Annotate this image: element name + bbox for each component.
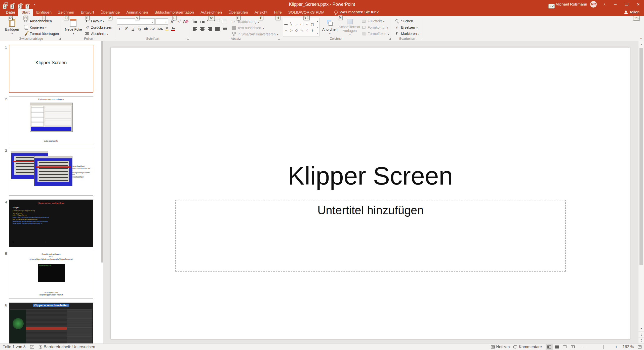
reset-button[interactable]: Zurücksetzen — [84, 24, 113, 30]
section-button[interactable]: Abschnitt — [84, 31, 113, 36]
shape-cell[interactable]: — — [283, 21, 289, 27]
customize-qat-button[interactable] — [33, 1, 37, 8]
previous-slide-button[interactable] — [638, 331, 644, 337]
shape-cell[interactable]: ◇ — [294, 27, 299, 33]
slide-thumbnail-2[interactable]: 2 Putty anmelden und einloggen sudo rasp… — [1, 96, 99, 144]
arrange-button[interactable]: Anordnen — [320, 17, 340, 37]
slide[interactable]: Klipper Screen Untertitel hinzufügen — [111, 47, 630, 339]
character-spacing-button[interactable]: AV — [150, 26, 156, 32]
zoom-slider-thumb[interactable] — [602, 345, 604, 349]
reading-view-button[interactable] — [561, 344, 568, 350]
dialog-launcher-icon[interactable] — [388, 37, 391, 40]
clear-formatting-button[interactable] — [182, 19, 188, 24]
font-color-button[interactable]: A — [170, 26, 176, 32]
convert-to-smartart-button[interactable]: In SmartArt konvertieren — [230, 31, 279, 37]
minimize-button[interactable] — [609, 0, 621, 9]
shape-cell[interactable]: ▢ — [310, 21, 315, 27]
copy-button[interactable]: Kopieren — [22, 24, 60, 30]
dialog-launcher-icon[interactable] — [58, 37, 61, 40]
align-left-button[interactable] — [192, 26, 197, 31]
tab-solidworks-pdm[interactable]: SOLIDWORKS PDM Y2 — [285, 9, 328, 16]
slide-thumbnail-4[interactable]: 4 Klipperscreen config öffnen Einfügen: … — [1, 199, 99, 247]
tab-bildschirmpraesentation[interactable]: Bildschirmpräsentation L — [151, 9, 197, 16]
quick-styles-button[interactable]: Schnellformat- vorlagen — [340, 17, 360, 37]
strikethrough-button[interactable]: ab — [143, 26, 149, 32]
spellcheck-button[interactable] — [30, 345, 34, 348]
scroll-up-button[interactable]: ▲ — [638, 41, 644, 47]
shape-outline-button[interactable]: Formkontur — [360, 24, 390, 30]
shape-cell[interactable]: } — [310, 27, 315, 33]
shape-cell[interactable]: { — [304, 27, 310, 33]
tab-datei[interactable]: Datei D — [3, 9, 18, 16]
thumbnail-preview[interactable]: Erneut in putty einloggencd ~/git clone … — [9, 251, 93, 299]
font-size-combo[interactable] — [155, 18, 168, 25]
tab-uebergaenge[interactable]: Übergänge A — [97, 9, 123, 16]
shape-cell[interactable]: △ — [283, 27, 289, 33]
shape-fill-button[interactable]: Fülleffekt — [360, 18, 390, 24]
scrollbar-thumb[interactable] — [101, 41, 103, 262]
tell-me-search[interactable]: Was möchten Sie tun? M — [334, 10, 379, 16]
text-shadow-button[interactable]: S — [137, 26, 142, 32]
dialog-launcher-icon[interactable] — [277, 37, 280, 40]
change-case-button[interactable]: Aa — [156, 26, 164, 32]
subtitle-placeholder[interactable]: Untertitel hinzufügen — [175, 200, 566, 272]
shape-cell[interactable]: ▷ — [289, 27, 294, 33]
zoom-out-button[interactable]: − — [580, 345, 584, 349]
text-highlight-button[interactable] — [165, 26, 170, 32]
slide-thumbnail-3[interactable]: 3 Mit enter bestätigenDanach Finish drüc… — [1, 148, 99, 196]
comments-button[interactable]: Kommentare — [513, 345, 542, 349]
start-slideshow-button[interactable]: 4 — [25, 1, 33, 8]
thumbnail-preview[interactable]: Klipperscreen config öffnen Einfügen: [u… — [9, 199, 93, 247]
tab-ansicht[interactable]: Ansicht F — [251, 9, 271, 16]
notes-button[interactable]: Notizen — [491, 345, 510, 349]
replace-button[interactable]: Ersetzen — [394, 24, 421, 30]
normal-view-button[interactable] — [546, 344, 553, 350]
align-right-button[interactable] — [207, 26, 213, 31]
scrollbar-track[interactable] — [638, 47, 644, 325]
tab-aufzeichnen[interactable]: Aufzeichnen YA — [197, 9, 225, 16]
tab-hilfe[interactable]: Hilfe H — [271, 9, 285, 16]
zoom-slider[interactable] — [587, 347, 612, 347]
shape-cell[interactable]: ▭ — [299, 21, 304, 27]
fit-to-window-button[interactable] — [638, 345, 641, 348]
scroll-down-button[interactable]: ▼ — [638, 325, 644, 331]
thumbnail-preview[interactable]: Mit enter bestätigenDanach Finish drücke… — [9, 148, 93, 196]
shapes-scroll-up-button[interactable]: ▲ — [315, 18, 319, 24]
dialog-launcher-icon[interactable] — [186, 37, 189, 40]
bold-button[interactable]: F — [117, 26, 123, 32]
slide-thumbnail-6[interactable]: 6 Klipperscreen bearbeiten — [1, 302, 99, 343]
ribbon-display-options-button[interactable] — [600, 0, 609, 9]
undo-button[interactable]: 2 — [10, 1, 18, 8]
line-spacing-button[interactable] — [222, 18, 228, 24]
tab-zeichnen[interactable]: Zeichnen ZI — [55, 9, 77, 16]
vertical-scrollbar[interactable]: ▲ ▼ — [638, 41, 644, 343]
align-text-button[interactable]: Text ausrichten — [230, 25, 279, 31]
next-slide-button[interactable] — [638, 337, 644, 343]
thumbnail-preview[interactable]: Klipper Screen — [9, 45, 93, 93]
new-slide-button[interactable]: Neue Folie — [64, 17, 83, 37]
tab-ueberpruefen[interactable]: Überprüfen P — [225, 9, 251, 16]
find-button[interactable]: Suchen — [394, 18, 421, 24]
shape-cell[interactable]: ╲ — [289, 21, 294, 27]
collapse-ribbon-button[interactable] — [640, 37, 642, 40]
thumbnail-preview[interactable]: Klipperscreen bearbeiten — [9, 302, 93, 343]
redo-button[interactable]: 3 — [18, 1, 25, 8]
italic-button[interactable]: K — [124, 26, 129, 32]
accessibility-checker-button[interactable]: Barrierefreiheit: Untersuchen — [39, 345, 95, 349]
slideshow-view-button[interactable] — [569, 344, 576, 350]
slide-thumbnail-1[interactable]: 1 Klipper Screen — [1, 45, 99, 93]
slide-sorter-view-button[interactable] — [553, 344, 560, 350]
avatar[interactable]: MR — [590, 1, 597, 8]
slide-indicator[interactable]: Folie 1 von 8 — [3, 345, 26, 349]
format-painter-button[interactable]: Format übertragen — [22, 31, 60, 36]
close-button[interactable]: × — [632, 0, 644, 9]
align-center-button[interactable] — [199, 26, 205, 31]
tab-entwurf[interactable]: Entwurf E — [77, 9, 97, 16]
columns-button[interactable] — [222, 26, 228, 31]
restore-button[interactable] — [621, 0, 632, 9]
shape-effects-button[interactable]: Formeffekte — [360, 31, 390, 36]
slide-thumbnail-5[interactable]: 5 Erneut in putty einloggencd ~/git clon… — [1, 251, 99, 299]
bullets-button[interactable] — [192, 18, 197, 24]
tab-einfuegen[interactable]: Einfügen I — [33, 9, 55, 16]
cut-button[interactable]: Ausschneiden — [22, 18, 60, 24]
